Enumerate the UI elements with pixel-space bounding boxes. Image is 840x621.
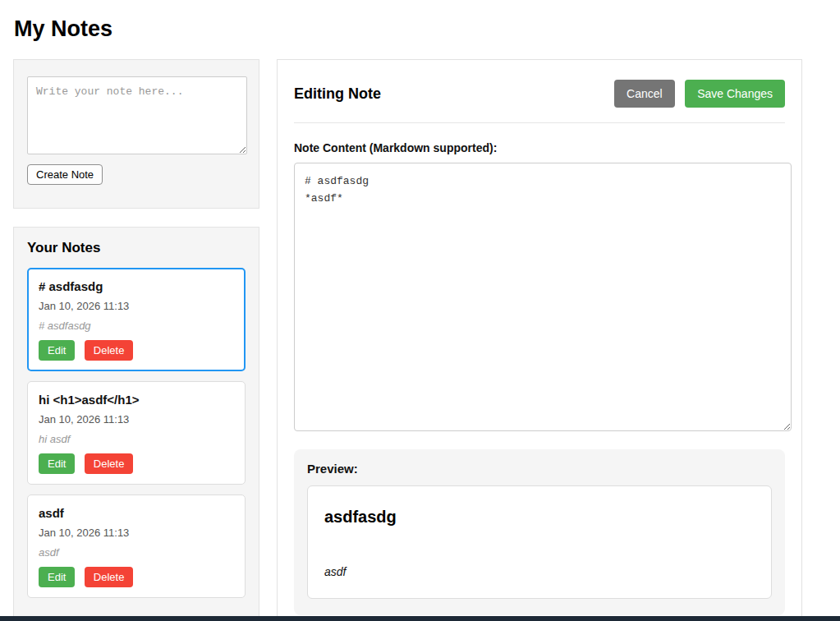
note-card[interactable]: hi <h1>asdf</h1> Jan 10, 2026 11:13 hi a…: [27, 381, 246, 485]
preview-label: Preview:: [307, 462, 772, 476]
main-columns: Create Note Your Notes # asdfasdg Jan 10…: [13, 59, 827, 621]
note-content-label: Note Content (Markdown supported):: [294, 141, 785, 154]
preview-body-text: asdf: [324, 565, 755, 578]
note-content-editor[interactable]: # asdfasdg *asdf*: [294, 163, 792, 431]
new-note-input[interactable]: [27, 76, 247, 154]
editor-header: Editing Note Cancel Save Changes: [294, 80, 785, 108]
preview-rendered-card: asdfasdg asdf: [307, 485, 772, 599]
left-column: Create Note Your Notes # asdfasdg Jan 10…: [13, 59, 259, 619]
note-snippet: hi asdf: [39, 433, 234, 445]
note-card[interactable]: asdf Jan 10, 2026 11:13 asdf Edit Delete: [27, 494, 246, 598]
delete-note-button[interactable]: Delete: [85, 340, 134, 361]
page-title: My Notes: [14, 16, 827, 42]
your-notes-heading: Your Notes: [27, 240, 246, 256]
edit-note-button[interactable]: Edit: [39, 567, 75, 587]
note-title: # asdfasdg: [39, 279, 234, 293]
note-date: Jan 10, 2026 11:13: [39, 300, 234, 312]
create-note-button[interactable]: Create Note: [27, 164, 103, 185]
note-date: Jan 10, 2026 11:13: [39, 527, 234, 539]
note-date: Jan 10, 2026 11:13: [39, 413, 234, 426]
save-changes-button[interactable]: Save Changes: [685, 80, 785, 108]
editor-header-actions: Cancel Save Changes: [614, 80, 785, 108]
notes-app-page: My Notes Create Note Your Notes # asdfas…: [0, 0, 840, 621]
editor-heading: Editing Note: [294, 85, 381, 103]
cancel-button[interactable]: Cancel: [614, 80, 675, 108]
edit-note-button[interactable]: Edit: [39, 453, 75, 474]
your-notes-panel: Your Notes # asdfasdg Jan 10, 2026 11:13…: [13, 227, 259, 619]
header-divider: [294, 122, 785, 123]
editing-note-panel: Editing Note Cancel Save Changes Note Co…: [277, 59, 802, 621]
note-title: hi <h1>asdf</h1>: [39, 393, 234, 407]
preview-heading: asdfasdg: [324, 508, 755, 527]
edit-note-button[interactable]: Edit: [39, 340, 75, 361]
delete-note-button[interactable]: Delete: [85, 453, 134, 474]
note-card[interactable]: # asdfasdg Jan 10, 2026 11:13 # asdfasdg…: [27, 268, 246, 371]
bottom-dark-bar: [0, 616, 840, 621]
preview-panel: Preview: asdfasdg asdf: [294, 449, 785, 615]
note-snippet: asdf: [39, 546, 234, 559]
note-title: asdf: [39, 506, 234, 520]
create-note-panel: Create Note: [13, 59, 259, 209]
delete-note-button[interactable]: Delete: [85, 567, 134, 587]
note-snippet: # asdfasdg: [39, 320, 234, 332]
